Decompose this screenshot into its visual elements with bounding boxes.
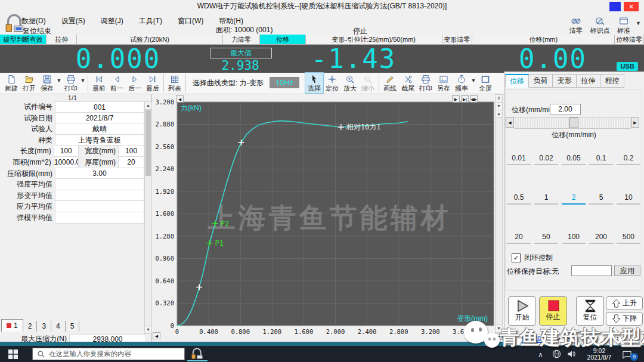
- chart-vscrollbar[interactable]: ⇕ ▼ ▲ ▼: [495, 94, 503, 333]
- toolbar-open-folder-button[interactable]: 打开: [20, 73, 38, 93]
- volume-icon[interactable]: [566, 349, 576, 361]
- hold-target-input[interactable]: [571, 265, 612, 276]
- auto-return-checkbox[interactable]: ✓: [509, 336, 516, 344]
- toolbar-list-grid-button[interactable]: 列表: [166, 73, 184, 93]
- toolbar-go-next-button[interactable]: 后一: [126, 73, 144, 93]
- quick-std-win-button[interactable]: 标准: [612, 16, 636, 35]
- result-tab-2[interactable]: 2: [23, 321, 38, 332]
- auto-return-link[interactable]: 自动返回: [521, 335, 550, 345]
- toolbar-scissors-button[interactable]: 截尾: [399, 73, 417, 93]
- left-panel-scrollbar[interactable]: ▲ ▼: [144, 101, 152, 334]
- scrollbar-thumb[interactable]: [145, 110, 151, 176]
- toolbar-zoom-in-button[interactable]: 放大: [341, 73, 359, 93]
- menu-item[interactable]: 帮助(H): [219, 16, 243, 25]
- field-value[interactable]: 100: [118, 146, 144, 157]
- display-header-cell[interactable]: 变形清零: [442, 35, 473, 45]
- closed-loop-checkbox[interactable]: ✓: [512, 253, 521, 262]
- crosshead-up-button[interactable]: 上升: [606, 296, 643, 310]
- speed-preset-1[interactable]: 1: [534, 192, 558, 205]
- ime-simplified-indicator[interactable]: 简: [591, 335, 598, 345]
- ime-more-icon[interactable]: ⋮: [614, 336, 621, 344]
- result-tab-1[interactable]: 1: [1, 319, 23, 332]
- menu-item[interactable]: 设置(S): [61, 16, 85, 25]
- control-tab-变形[interactable]: 变形: [553, 74, 577, 88]
- ime-english-indicator[interactable]: 英: [566, 335, 574, 345]
- result-tab-4[interactable]: 4: [51, 321, 66, 332]
- display-header-cell[interactable]: 力清零: [223, 35, 260, 45]
- toolbar-fullscreen-button[interactable]: 全屏: [476, 73, 494, 93]
- chart-corner-down-icon[interactable]: ▼: [495, 333, 503, 340]
- chart-scroll-up-icon[interactable]: ▲: [496, 110, 502, 118]
- toolbar-save-floppy-button[interactable]: 保存: [38, 73, 56, 93]
- toolbar-printer-button[interactable]: 打印: [62, 73, 80, 93]
- start-button[interactable]: 开始: [508, 296, 536, 326]
- toolbar-image-button[interactable]: 另存: [435, 73, 453, 93]
- field-value[interactable]: 上海青鱼蓝板: [55, 135, 144, 146]
- toolbar-go-prev-button[interactable]: 前一: [108, 73, 126, 93]
- speed-preset-500[interactable]: 500: [617, 231, 640, 244]
- stop-button[interactable]: 停止: [539, 296, 567, 326]
- quick-clear-zero-button[interactable]: 清零: [564, 16, 588, 35]
- crosshead-down-button[interactable]: 下降: [606, 312, 643, 326]
- result-tab-3[interactable]: 3: [37, 321, 51, 332]
- chart-scroll-top-icon[interactable]: ▼: [496, 103, 502, 110]
- pen-icon[interactable]: [555, 336, 562, 344]
- toolbar-pencil-button[interactable]: 画线: [381, 73, 399, 93]
- taskbar-clock[interactable]: 9:02 2021/8/7: [580, 348, 619, 361]
- chart-pan-left-icon[interactable]: ◀: [176, 95, 184, 103]
- toolbar-printer-button[interactable]: 打印: [417, 73, 435, 93]
- field-value[interactable]: 20: [118, 157, 144, 168]
- menu-item[interactable]: 调整(J): [101, 16, 123, 25]
- field-value[interactable]: 2021/8/7: [55, 113, 144, 124]
- chart-hscroll-left-icon[interactable]: ◀: [153, 332, 160, 339]
- chart-end-icon[interactable]: ▶|: [461, 95, 469, 103]
- field-value[interactable]: [55, 190, 144, 202]
- field-value[interactable]: [55, 212, 144, 224]
- control-tab-程控[interactable]: 程控: [600, 74, 624, 88]
- toolbar-cursor-button[interactable]: 选择: [305, 73, 323, 93]
- control-tab-负荷[interactable]: 负荷: [529, 74, 553, 88]
- speed-preset-0.5[interactable]: 0.5: [507, 192, 531, 205]
- speed-preset-50[interactable]: 50: [534, 231, 558, 244]
- closed-loop-row[interactable]: ✓ 闭环控制: [512, 253, 553, 263]
- ime-settings-gear-icon[interactable]: ⚙: [603, 336, 609, 344]
- slider-thumb[interactable]: [569, 117, 578, 128]
- chevron-down-icon[interactable]: ▼: [80, 73, 86, 83]
- speed-preset-100[interactable]: 100: [562, 231, 586, 244]
- chevron-down-icon[interactable]: ▼: [470, 73, 476, 83]
- result-tab-5[interactable]: 5: [66, 321, 80, 332]
- toolbar-go-first-button[interactable]: 最前: [90, 73, 108, 93]
- field-value[interactable]: 10000.00: [54, 157, 79, 168]
- quick-mark-point-button[interactable]: 标识点: [588, 16, 612, 35]
- scroll-up-icon[interactable]: ▲: [145, 102, 151, 110]
- minimize-button[interactable]: [609, 2, 621, 11]
- toolbar-timer-button[interactable]: 频率: [453, 73, 470, 93]
- menu-item[interactable]: 数据(D): [21, 16, 46, 25]
- field-value[interactable]: 100: [54, 146, 79, 157]
- display-header-cell[interactable]: 位移清零: [615, 35, 644, 45]
- field-value[interactable]: 001: [55, 101, 144, 113]
- speed-preset-0.2[interactable]: 0.2: [617, 153, 640, 165]
- field-value[interactable]: [55, 201, 144, 212]
- chevron-down-icon[interactable]: ▼: [636, 20, 641, 26]
- toolbar-go-last-button[interactable]: 最后: [144, 73, 162, 93]
- speed-preset-5[interactable]: 5: [589, 192, 613, 205]
- field-value[interactable]: 3.00: [55, 168, 144, 180]
- control-tab-拉伸[interactable]: 拉伸: [577, 74, 600, 88]
- toolbar-new-doc-button[interactable]: 新建: [2, 73, 20, 93]
- slider-left-icon[interactable]: ◀: [506, 117, 514, 128]
- scroll-down-icon[interactable]: ▼: [145, 326, 151, 333]
- toolbar-zoom-out-button[interactable]: 缩小: [359, 73, 377, 93]
- speed-preset-0.1[interactable]: 0.1: [589, 153, 613, 165]
- field-value[interactable]: 戴晴: [55, 123, 144, 135]
- close-button[interactable]: ✕: [624, 2, 639, 11]
- chevron-down-icon[interactable]: ▼: [56, 73, 62, 83]
- speed-preset-0.02[interactable]: 0.02: [534, 153, 558, 165]
- speed-preset-10[interactable]: 10: [617, 192, 640, 205]
- speed-preset-200[interactable]: 200: [589, 231, 613, 244]
- display-header-cell[interactable]: 拉伸: [47, 35, 77, 45]
- field-value[interactable]: [55, 179, 144, 190]
- apply-button[interactable]: 应用: [614, 265, 640, 276]
- language-bar[interactable]: ✓ 自动返回 英 简 ⚙ ⋮: [504, 334, 644, 345]
- network-globe-icon[interactable]: [552, 349, 561, 361]
